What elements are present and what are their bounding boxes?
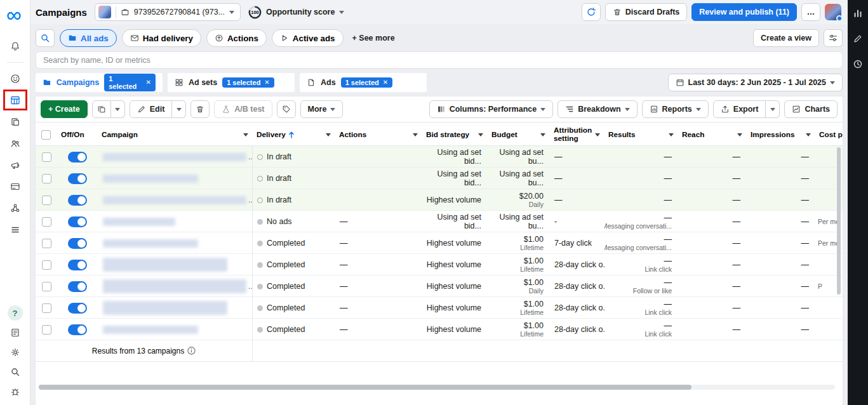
discard-drafts-button[interactable]: Discard Drafts — [605, 3, 687, 21]
col-header-bid-strategy[interactable]: Bid strategy — [422, 123, 488, 147]
campaign-name-cell[interactable]: .. — [98, 276, 253, 297]
clear-selection-icon[interactable]: ✕ — [383, 79, 388, 86]
billing-card-icon[interactable] — [6, 178, 25, 195]
ads-manager-grid-icon[interactable] — [6, 92, 25, 109]
ad-account-selector[interactable]: 973952672790841 (973... — [95, 3, 241, 21]
breakdown-button[interactable]: Breakdown — [558, 100, 637, 118]
vertical-scrollbar[interactable] — [837, 147, 841, 295]
edit-button[interactable]: Edit — [130, 100, 173, 118]
search-input[interactable] — [36, 51, 843, 69]
ab-test-button[interactable]: A/B test — [214, 100, 272, 118]
duplicate-menu-button[interactable] — [111, 100, 125, 118]
columns-button[interactable]: Columns: Performance — [429, 100, 554, 118]
tab-ad-sets[interactable]: Ad sets 1 selected ✕ — [168, 73, 295, 92]
more-actions-button[interactable]: More — [300, 100, 344, 118]
history-clock-icon[interactable] — [848, 56, 867, 72]
filter-pill-had-delivery[interactable]: Had delivery — [122, 29, 201, 47]
campaign-toggle[interactable] — [68, 238, 87, 249]
tab-ads[interactable]: Ads 1 selected ✕ — [300, 73, 427, 92]
filter-pill-actions[interactable]: Actions — [206, 29, 267, 47]
row-checkbox[interactable] — [42, 174, 51, 183]
export-menu-button[interactable] — [766, 100, 780, 118]
filter-pill-all-ads[interactable]: All ads — [60, 29, 117, 47]
campaign-toggle[interactable] — [68, 260, 87, 270]
row-checkbox[interactable] — [42, 325, 51, 335]
account-quality-smiley-icon[interactable] — [6, 70, 25, 87]
col-header-actions[interactable]: Actions — [335, 123, 422, 147]
charts-button[interactable]: Charts — [784, 100, 838, 118]
col-header-results[interactable]: Results — [604, 123, 678, 147]
tag-button[interactable] — [277, 100, 296, 118]
duplicate-button[interactable] — [92, 100, 111, 118]
clear-selection-icon[interactable]: ✕ — [264, 79, 269, 86]
info-icon[interactable] — [187, 347, 196, 355]
notifications-bell-icon[interactable] — [6, 38, 25, 55]
row-checkbox[interactable] — [42, 239, 51, 248]
campaigns-megaphone-icon[interactable] — [6, 157, 25, 173]
edit-menu-button[interactable] — [172, 100, 186, 118]
campaign-name-cell[interactable] — [98, 254, 253, 276]
business-network-icon[interactable] — [6, 200, 25, 216]
all-tools-menu-icon[interactable] — [6, 222, 25, 238]
view-settings-button[interactable] — [824, 29, 843, 47]
tab-campaigns[interactable]: Campaigns 1 selected ✕ — [36, 73, 163, 92]
create-button[interactable]: + Create — [41, 100, 88, 118]
campaign-toggle[interactable] — [68, 216, 87, 227]
select-all-checkbox[interactable] — [41, 130, 51, 140]
delete-button[interactable] — [190, 100, 210, 118]
audiences-people-icon[interactable] — [6, 135, 25, 152]
search-filter-button[interactable] — [36, 29, 55, 47]
more-options-button[interactable]: … — [801, 3, 820, 21]
reports-button[interactable]: Reports — [642, 100, 709, 118]
insights-bar-chart-icon[interactable] — [848, 5, 867, 22]
col-header-campaign[interactable]: Campaign — [98, 123, 253, 147]
campaign-name-cell[interactable] — [98, 232, 253, 254]
reporting-clipboard-icon[interactable] — [6, 114, 25, 130]
refresh-button[interactable] — [582, 3, 601, 21]
campaign-name-cell[interactable]: .. — [98, 189, 253, 211]
help-icon[interactable]: ? — [6, 305, 25, 321]
review-publish-button[interactable]: Review and publish (11) — [691, 3, 797, 21]
selected-count-badge[interactable]: 1 selected ✕ — [104, 74, 156, 91]
campaign-toggle[interactable] — [68, 281, 87, 292]
col-header-off-on[interactable]: Off/On — [57, 123, 98, 147]
see-more-button[interactable]: + See more — [349, 34, 399, 43]
col-header-cost[interactable]: Cost pe — [815, 123, 843, 147]
campaign-toggle[interactable] — [68, 152, 87, 163]
campaign-toggle[interactable] — [68, 303, 87, 314]
opportunity-score[interactable]: 100 Opportunity score — [248, 6, 344, 19]
col-header-attribution[interactable]: Attribution setting — [550, 123, 604, 147]
campaign-toggle[interactable] — [68, 324, 87, 335]
campaign-name-cell[interactable]: .. — [98, 146, 253, 168]
create-view-button[interactable]: Create a view — [753, 29, 819, 47]
campaign-toggle[interactable] — [68, 173, 87, 184]
row-checkbox[interactable] — [42, 260, 51, 270]
feedback-note-icon[interactable] — [6, 324, 25, 341]
row-checkbox[interactable] — [42, 303, 51, 313]
selected-count-badge[interactable]: 1 selected ✕ — [341, 77, 393, 88]
row-checkbox[interactable] — [42, 282, 51, 291]
clear-selection-icon[interactable]: ✕ — [146, 79, 151, 86]
bug-report-icon[interactable] — [6, 383, 25, 400]
profile-avatar[interactable] — [825, 4, 841, 20]
edit-pencil-icon[interactable] — [848, 30, 867, 47]
date-range-picker[interactable]: Last 30 days: 2 Jun 2025 - 1 Jul 2025 — [668, 74, 843, 91]
export-button[interactable]: Export — [713, 100, 766, 118]
settings-gear-icon[interactable] — [6, 344, 25, 361]
col-header-reach[interactable]: Reach — [678, 123, 747, 147]
meta-logo[interactable] — [6, 8, 25, 24]
campaign-name-cell[interactable] — [98, 297, 253, 319]
horizontal-scrollbar-thumb[interactable] — [39, 385, 691, 390]
campaign-name-cell[interactable] — [98, 168, 253, 189]
row-checkbox[interactable] — [42, 196, 51, 205]
col-header-delivery[interactable]: Delivery — [253, 123, 335, 147]
row-checkbox[interactable] — [42, 152, 51, 162]
col-header-impressions[interactable]: Impressions — [747, 123, 815, 147]
col-header-budget[interactable]: Budget — [488, 123, 550, 147]
campaign-name-cell[interactable] — [98, 319, 253, 340]
selected-count-badge[interactable]: 1 selected ✕ — [222, 77, 274, 88]
horizontal-scrollbar-track[interactable] — [39, 385, 835, 390]
filter-pill-active-ads[interactable]: Active ads — [272, 29, 344, 47]
campaign-toggle[interactable] — [68, 195, 87, 206]
rail-search-icon[interactable] — [6, 364, 25, 380]
